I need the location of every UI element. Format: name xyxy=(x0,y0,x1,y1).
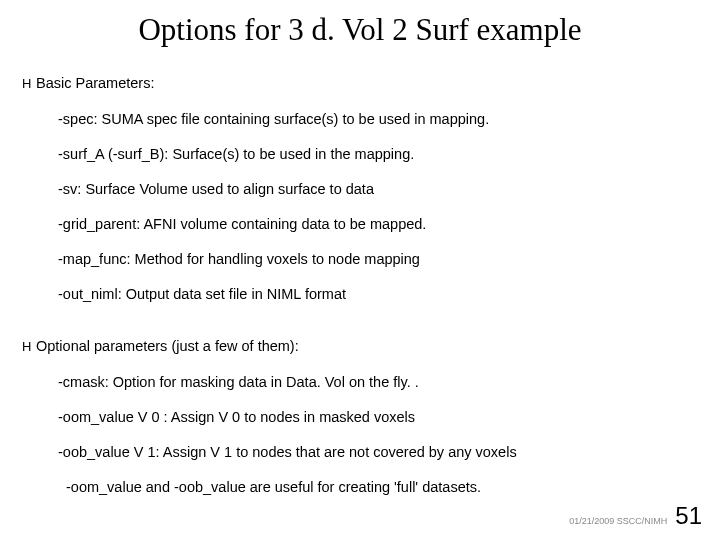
list-item: -grid_parent: AFNI volume containing dat… xyxy=(58,215,690,233)
list-item: -spec: SUMA spec file containing surface… xyxy=(58,110,690,128)
list-item: -cmask: Option for masking data in Data.… xyxy=(58,373,690,391)
section-items: -spec: SUMA spec file containing surface… xyxy=(22,110,690,303)
bullet-icon: H xyxy=(22,337,36,356)
list-item: -map_func: Method for handling voxels to… xyxy=(58,250,690,268)
slide: Options for 3 d. Vol 2 Surf example H Ba… xyxy=(0,0,720,540)
list-item: -out_niml: Output data set file in NIML … xyxy=(58,285,690,303)
footer-date-org: 01/21/2009 SSCC/NIMH xyxy=(569,516,667,526)
list-item: -oob_value V 1: Assign V 1 to nodes that… xyxy=(58,443,690,461)
slide-title: Options for 3 d. Vol 2 Surf example xyxy=(0,0,720,56)
footer: 01/21/2009 SSCC/NIMH 51 xyxy=(569,502,702,530)
bullet-icon: H xyxy=(22,74,36,93)
section-heading: H Optional parameters (just a few of the… xyxy=(22,337,690,356)
section-heading: H Basic Parameters: xyxy=(22,74,690,93)
list-item: -sv: Surface Volume used to align surfac… xyxy=(58,180,690,198)
footnote: -oom_value and -oob_value are useful for… xyxy=(22,478,690,496)
slide-content: H Basic Parameters: -spec: SUMA spec fil… xyxy=(0,74,720,496)
section-label: Basic Parameters: xyxy=(36,74,154,92)
page-number: 51 xyxy=(675,502,702,530)
list-item: -surf_A (-surf_B): Surface(s) to be used… xyxy=(58,145,690,163)
section-label: Optional parameters (just a few of them)… xyxy=(36,337,299,355)
section-items: -cmask: Option for masking data in Data.… xyxy=(22,373,690,461)
list-item: -oom_value V 0 : Assign V 0 to nodes in … xyxy=(58,408,690,426)
